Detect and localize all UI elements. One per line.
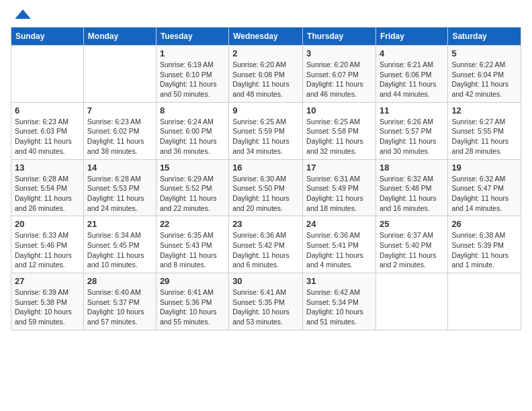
calendar-cell: 28Sunrise: 6:40 AMSunset: 5:37 PMDayligh… bbox=[83, 273, 156, 330]
calendar-cell: 31Sunrise: 6:42 AMSunset: 5:34 PMDayligh… bbox=[303, 273, 376, 330]
calendar-body: 1Sunrise: 6:19 AMSunset: 6:10 PMDaylight… bbox=[11, 46, 521, 330]
calendar-cell: 1Sunrise: 6:19 AMSunset: 6:10 PMDaylight… bbox=[156, 46, 228, 103]
day-info: Sunrise: 6:25 AMSunset: 5:58 PMDaylight:… bbox=[306, 117, 372, 156]
day-number: 18 bbox=[380, 163, 444, 173]
day-info: Sunrise: 6:27 AMSunset: 5:55 PMDaylight:… bbox=[451, 117, 517, 156]
page-header bbox=[11, 11, 521, 19]
calendar-cell: 27Sunrise: 6:39 AMSunset: 5:38 PMDayligh… bbox=[11, 273, 84, 330]
day-info: Sunrise: 6:36 AMSunset: 5:41 PMDaylight:… bbox=[306, 230, 372, 270]
calendar-cell: 16Sunrise: 6:30 AMSunset: 5:50 PMDayligh… bbox=[229, 159, 303, 216]
svg-marker-0 bbox=[15, 9, 30, 19]
calendar-cell: 4Sunrise: 6:21 AMSunset: 6:06 PMDaylight… bbox=[375, 46, 447, 103]
calendar-cell bbox=[11, 46, 84, 103]
day-number: 31 bbox=[306, 276, 372, 286]
day-number: 10 bbox=[306, 105, 372, 116]
day-info: Sunrise: 6:38 AMSunset: 5:39 PMDaylight:… bbox=[451, 230, 517, 270]
day-number: 22 bbox=[160, 219, 225, 229]
day-number: 14 bbox=[87, 163, 152, 173]
day-info: Sunrise: 6:40 AMSunset: 5:37 PMDaylight:… bbox=[87, 287, 152, 327]
day-info: Sunrise: 6:41 AMSunset: 5:35 PMDaylight:… bbox=[232, 287, 299, 327]
calendar-cell: 25Sunrise: 6:37 AMSunset: 5:40 PMDayligh… bbox=[375, 216, 447, 273]
day-info: Sunrise: 6:31 AMSunset: 5:49 PMDaylight:… bbox=[306, 174, 372, 214]
day-number: 25 bbox=[380, 219, 444, 229]
weekday-friday: Friday bbox=[375, 28, 447, 46]
calendar-cell: 20Sunrise: 6:33 AMSunset: 5:46 PMDayligh… bbox=[11, 216, 84, 273]
calendar-cell: 8Sunrise: 6:24 AMSunset: 6:00 PMDaylight… bbox=[156, 102, 228, 159]
day-info: Sunrise: 6:42 AMSunset: 5:34 PMDaylight:… bbox=[306, 287, 372, 327]
day-number: 1 bbox=[160, 48, 225, 58]
day-info: Sunrise: 6:35 AMSunset: 5:43 PMDaylight:… bbox=[160, 230, 225, 270]
calendar-cell: 11Sunrise: 6:26 AMSunset: 5:57 PMDayligh… bbox=[375, 102, 447, 159]
day-info: Sunrise: 6:22 AMSunset: 6:04 PMDaylight:… bbox=[451, 60, 517, 99]
day-info: Sunrise: 6:26 AMSunset: 5:57 PMDaylight:… bbox=[380, 117, 444, 156]
day-info: Sunrise: 6:23 AMSunset: 6:03 PMDaylight:… bbox=[15, 117, 80, 156]
day-number: 26 bbox=[451, 219, 517, 229]
day-info: Sunrise: 6:23 AMSunset: 6:02 PMDaylight:… bbox=[87, 117, 152, 156]
calendar-cell bbox=[83, 46, 156, 103]
calendar-cell: 14Sunrise: 6:28 AMSunset: 5:53 PMDayligh… bbox=[83, 159, 156, 216]
logo-arrow-icon bbox=[13, 9, 32, 19]
day-number: 4 bbox=[380, 48, 444, 58]
day-info: Sunrise: 6:29 AMSunset: 5:52 PMDaylight:… bbox=[160, 174, 225, 214]
day-number: 20 bbox=[15, 219, 80, 229]
logo bbox=[11, 11, 32, 19]
calendar-week-5: 27Sunrise: 6:39 AMSunset: 5:38 PMDayligh… bbox=[11, 273, 521, 330]
calendar-cell: 12Sunrise: 6:27 AMSunset: 5:55 PMDayligh… bbox=[448, 102, 521, 159]
day-info: Sunrise: 6:32 AMSunset: 5:48 PMDaylight:… bbox=[380, 174, 444, 214]
day-number: 12 bbox=[451, 105, 517, 116]
calendar-cell: 29Sunrise: 6:41 AMSunset: 5:36 PMDayligh… bbox=[156, 273, 228, 330]
day-info: Sunrise: 6:21 AMSunset: 6:06 PMDaylight:… bbox=[380, 60, 444, 99]
day-info: Sunrise: 6:32 AMSunset: 5:47 PMDaylight:… bbox=[451, 174, 517, 214]
weekday-header-row: SundayMondayTuesdayWednesdayThursdayFrid… bbox=[11, 28, 521, 46]
day-info: Sunrise: 6:34 AMSunset: 5:45 PMDaylight:… bbox=[87, 230, 152, 270]
weekday-tuesday: Tuesday bbox=[156, 28, 228, 46]
calendar-cell: 24Sunrise: 6:36 AMSunset: 5:41 PMDayligh… bbox=[303, 216, 376, 273]
calendar-cell: 30Sunrise: 6:41 AMSunset: 5:35 PMDayligh… bbox=[229, 273, 303, 330]
calendar-cell: 13Sunrise: 6:28 AMSunset: 5:54 PMDayligh… bbox=[11, 159, 84, 216]
calendar-cell: 19Sunrise: 6:32 AMSunset: 5:47 PMDayligh… bbox=[448, 159, 521, 216]
day-number: 21 bbox=[87, 219, 152, 229]
day-number: 29 bbox=[160, 276, 225, 286]
calendar-cell: 17Sunrise: 6:31 AMSunset: 5:49 PMDayligh… bbox=[303, 159, 376, 216]
weekday-wednesday: Wednesday bbox=[229, 28, 303, 46]
calendar-cell: 15Sunrise: 6:29 AMSunset: 5:52 PMDayligh… bbox=[156, 159, 228, 216]
calendar-cell: 9Sunrise: 6:25 AMSunset: 5:59 PMDaylight… bbox=[229, 102, 303, 159]
day-info: Sunrise: 6:24 AMSunset: 6:00 PMDaylight:… bbox=[160, 117, 225, 156]
weekday-thursday: Thursday bbox=[303, 28, 376, 46]
day-number: 30 bbox=[232, 276, 299, 286]
calendar-week-2: 6Sunrise: 6:23 AMSunset: 6:03 PMDaylight… bbox=[11, 102, 521, 159]
calendar-cell bbox=[375, 273, 447, 330]
day-info: Sunrise: 6:37 AMSunset: 5:40 PMDaylight:… bbox=[380, 230, 444, 270]
day-number: 9 bbox=[232, 105, 299, 116]
calendar-cell: 26Sunrise: 6:38 AMSunset: 5:39 PMDayligh… bbox=[448, 216, 521, 273]
calendar-cell: 3Sunrise: 6:20 AMSunset: 6:07 PMDaylight… bbox=[303, 46, 376, 103]
day-number: 11 bbox=[380, 105, 444, 116]
calendar-cell: 10Sunrise: 6:25 AMSunset: 5:58 PMDayligh… bbox=[303, 102, 376, 159]
calendar-cell: 6Sunrise: 6:23 AMSunset: 6:03 PMDaylight… bbox=[11, 102, 84, 159]
day-info: Sunrise: 6:20 AMSunset: 6:08 PMDaylight:… bbox=[232, 60, 299, 99]
day-number: 5 bbox=[451, 48, 517, 58]
day-info: Sunrise: 6:25 AMSunset: 5:59 PMDaylight:… bbox=[232, 117, 299, 156]
day-info: Sunrise: 6:20 AMSunset: 6:07 PMDaylight:… bbox=[306, 60, 372, 99]
calendar-cell: 21Sunrise: 6:34 AMSunset: 5:45 PMDayligh… bbox=[83, 216, 156, 273]
day-number: 13 bbox=[15, 163, 80, 173]
day-number: 8 bbox=[160, 105, 225, 116]
calendar-cell: 22Sunrise: 6:35 AMSunset: 5:43 PMDayligh… bbox=[156, 216, 228, 273]
day-number: 3 bbox=[306, 48, 372, 58]
day-number: 15 bbox=[160, 163, 225, 173]
calendar-cell: 5Sunrise: 6:22 AMSunset: 6:04 PMDaylight… bbox=[448, 46, 521, 103]
day-info: Sunrise: 6:39 AMSunset: 5:38 PMDaylight:… bbox=[15, 287, 80, 327]
day-number: 6 bbox=[15, 105, 80, 116]
calendar-week-4: 20Sunrise: 6:33 AMSunset: 5:46 PMDayligh… bbox=[11, 216, 521, 273]
weekday-sunday: Sunday bbox=[11, 28, 84, 46]
calendar-table: SundayMondayTuesdayWednesdayThursdayFrid… bbox=[11, 27, 521, 330]
day-number: 19 bbox=[451, 163, 517, 173]
calendar-cell: 23Sunrise: 6:36 AMSunset: 5:42 PMDayligh… bbox=[229, 216, 303, 273]
day-info: Sunrise: 6:30 AMSunset: 5:50 PMDaylight:… bbox=[232, 174, 299, 214]
calendar-cell: 2Sunrise: 6:20 AMSunset: 6:08 PMDaylight… bbox=[229, 46, 303, 103]
weekday-monday: Monday bbox=[83, 28, 156, 46]
day-number: 23 bbox=[232, 219, 299, 229]
day-info: Sunrise: 6:36 AMSunset: 5:42 PMDaylight:… bbox=[232, 230, 299, 270]
day-number: 17 bbox=[306, 163, 372, 173]
day-number: 27 bbox=[15, 276, 80, 286]
